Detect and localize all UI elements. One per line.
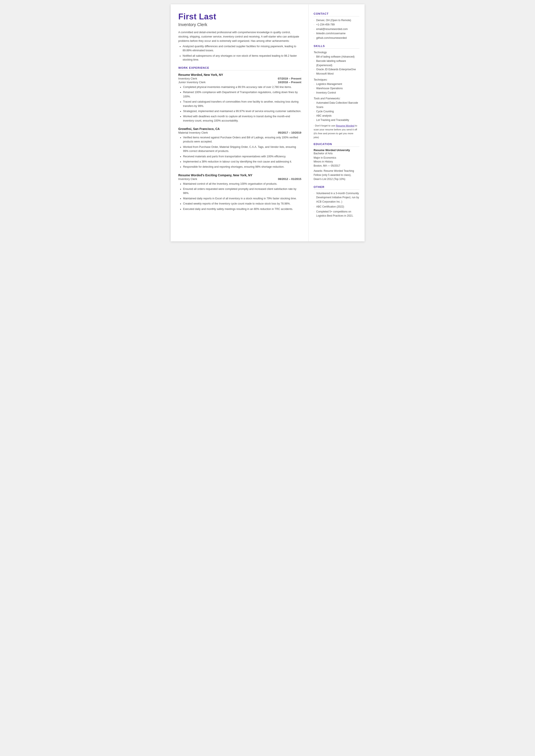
skills-list: Bill of lading software (Advanced)Barcod…: [314, 55, 359, 76]
skill-item: Bill of lading software (Advanced): [314, 55, 359, 59]
other-item: Completed 5+ competitions on Logistics B…: [314, 210, 359, 218]
summary-section: A committed and detail-oriented professi…: [179, 30, 301, 62]
skill-item: Barcode labeling software (Experienced): [314, 59, 359, 68]
skill-item: Inventory Control: [314, 91, 359, 95]
company-name: Resume Worded's Exciting Company, New Yo…: [179, 174, 301, 177]
job-row: Junior Inventory Clerk10/2018 – Present: [179, 81, 301, 84]
job-bullet: Implemented a 38% reduction in labour co…: [183, 160, 301, 164]
job-bullet: Verified items received against Purchase…: [183, 136, 301, 144]
job-row: Inventory Clerk07/2019 – Present: [179, 77, 301, 80]
job-bullet: Completed physical inventories maintaini…: [183, 85, 301, 89]
other-item: Volunteered in a 3-month Community Devel…: [314, 191, 359, 204]
skills-note: · Don't forget to use Resume Worded to s…: [314, 124, 359, 139]
resume-container: First Last Inventory Clerk A committed a…: [171, 4, 365, 241]
skill-item: Automated Data Collection/ Barcode Scans: [314, 101, 359, 109]
job-bullet: Executed daily and monthly safety meetin…: [183, 207, 301, 211]
skill-item: Lot Tracking and Traceability: [314, 118, 359, 123]
skill-item: Microsoft Word: [314, 72, 359, 76]
job-title: Inventory Clerk: [179, 77, 197, 80]
job-bullet: Created weekly reports of the Inventory …: [183, 202, 301, 206]
company-name: Growthsi, San Francisco, CA: [179, 127, 301, 130]
other-item: ABC Certification (2022): [314, 205, 359, 209]
job-bullets: Verified items received against Purchase…: [183, 136, 301, 169]
job-title: Junior Inventory Clerk: [179, 81, 206, 84]
job-bullet: Worked with deadlines each month to capt…: [183, 114, 301, 123]
contact-item: Denver, OH (Open to Remote): [314, 18, 359, 22]
other-section-title: OTHER: [314, 185, 359, 190]
job-bullet: Maintained control of all the Inventory,…: [183, 182, 301, 186]
skills-container: TechnologyBill of lading software (Advan…: [314, 51, 359, 122]
edu-details: Major in Economics Minors in History Bos…: [314, 156, 359, 168]
left-column: First Last Inventory Clerk A committed a…: [171, 4, 309, 241]
job-block: Resume Worded, New York, NYInventory Cle…: [179, 73, 301, 123]
contact-list: Denver, OH (Open to Remote)+1-234-456-78…: [314, 18, 359, 40]
contact-item: email@resumeworded.com: [314, 27, 359, 31]
job-row: Material Inventory Clerk05/2017 – 10/201…: [179, 131, 301, 134]
skills-category-label: Tools and Frameworks:: [314, 97, 359, 100]
job-bullets: Completed physical inventories maintaini…: [183, 85, 301, 123]
edu-degree: Bachelor of Arts: [314, 152, 359, 155]
achievement-list: Analyzed quantity differences and contac…: [183, 44, 301, 62]
jobs-container: Resume Worded, New York, NYInventory Cle…: [179, 73, 301, 211]
job-bullet: Strategized, implemented and maintained …: [183, 109, 301, 113]
company-name: Resume Worded, New York, NY: [179, 73, 301, 76]
summary-text: A committed and detail-oriented professi…: [179, 31, 299, 42]
job-date: 10/2018 – Present: [278, 81, 301, 84]
contact-section-title: CONTACT: [314, 12, 359, 16]
skills-list: Logistics ManagementWarehouse Operations…: [314, 82, 359, 95]
job-bullet: Retained 100% compliance with Department…: [183, 90, 301, 99]
right-column: CONTACT Denver, OH (Open to Remote)+1-23…: [309, 4, 365, 241]
skill-item: Oracle JD Edwards EnterpriseOne: [314, 68, 359, 72]
skills-section-title: SKILLS: [314, 44, 359, 49]
job-row: Inventory Clerk08/2012 – 01/2015: [179, 177, 301, 181]
skills-category-label: Technology: [314, 51, 359, 54]
job-bullet: Responsible for detecting and reporting …: [183, 165, 301, 169]
other-list: Volunteered in a 3-month Community Devel…: [314, 191, 359, 218]
job-block: Resume Worded's Exciting Company, New Yo…: [179, 174, 301, 211]
edu-major: Major in Economics: [314, 156, 336, 159]
skill-item: Logistics Management: [314, 82, 359, 86]
job-bullet: Traced and catalogued transfers of commo…: [183, 100, 301, 108]
job-block: Growthsi, San Francisco, CAMaterial Inve…: [179, 127, 301, 169]
skill-item: ABC analysis: [314, 114, 359, 118]
achievement-item: Notified all salespersons of any shortag…: [183, 54, 301, 62]
skills-list: Automated Data Collection/ Barcode Scans…: [314, 101, 359, 122]
education-section-title: EDUCATION: [314, 142, 359, 147]
job-date: 05/2017 – 10/2019: [278, 131, 301, 134]
job-bullet: Received materials and parts from transp…: [183, 154, 301, 159]
edu-minor: Minors in History: [314, 160, 333, 163]
contact-item: +1-234-456-789: [314, 22, 359, 27]
job-title: Material Inventory Clerk: [179, 131, 208, 134]
candidate-title: Inventory Clerk: [179, 22, 301, 27]
skill-item: Cycle Counting: [314, 109, 359, 114]
contact-item: linkedin.com/in/username: [314, 31, 359, 36]
achievement-item: Analyzed quantity differences and contac…: [183, 44, 301, 53]
skill-item: Warehouse Operations: [314, 86, 359, 91]
job-date: 07/2019 – Present: [278, 77, 301, 80]
job-date: 08/2012 – 01/2015: [278, 177, 301, 181]
edu-location-date: Boston, MA — 05/2017: [314, 164, 340, 167]
candidate-name: First Last: [179, 12, 301, 21]
job-bullet: Ensured all orders requested were comple…: [183, 187, 301, 195]
skills-category-label: Techniques:: [314, 78, 359, 81]
edu-institution: Resume Worded University: [314, 149, 359, 152]
job-title: Inventory Clerk: [179, 177, 197, 181]
contact-item: github.com/resumeworded: [314, 36, 359, 40]
job-bullets: Maintained control of all the Inventory,…: [183, 182, 301, 211]
edu-awards: Awards: Resume Worded Teaching Fellow (o…: [314, 169, 359, 181]
work-experience-title: WORK EXPERIENCE: [179, 66, 301, 70]
job-bullet: Maintained daily reports in Excel of all…: [183, 197, 301, 201]
job-bullet: Worked from Purchase Order, Material Shi…: [183, 145, 301, 154]
resume-worded-link[interactable]: Resume Worded: [336, 124, 354, 127]
